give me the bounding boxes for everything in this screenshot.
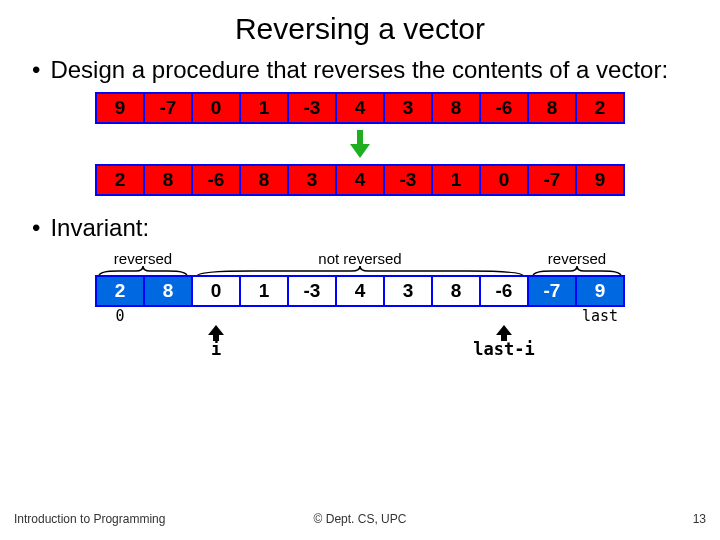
invariant-diagram: reversed not reversed reversed 2 8 <box>28 250 692 365</box>
cell-unrev: -6 <box>479 275 529 307</box>
arrow-down-icon <box>28 130 692 158</box>
pointer-i: i <box>211 339 221 359</box>
cell: 8 <box>431 92 481 124</box>
cell: 1 <box>239 92 289 124</box>
bullet-design-text: Design a procedure that reverses the con… <box>50 56 668 84</box>
vector-before: 9 -7 0 1 -3 4 3 8 -6 8 2 <box>28 92 692 124</box>
cell: 0 <box>479 164 529 196</box>
cell: -3 <box>383 164 433 196</box>
cell: 2 <box>575 92 625 124</box>
cell: 0 <box>191 92 241 124</box>
page-number: 13 <box>693 512 706 526</box>
cell: 8 <box>527 92 577 124</box>
bullet-dot-icon: • <box>32 56 40 84</box>
index-last: last <box>575 307 625 325</box>
cell: -6 <box>479 92 529 124</box>
cell: 2 <box>95 164 145 196</box>
footer-center: © Dept. CS, UPC <box>0 512 720 526</box>
svg-marker-1 <box>350 144 370 158</box>
cell-unrev: 8 <box>431 275 481 307</box>
cell: -6 <box>191 164 241 196</box>
cell-unrev: 3 <box>383 275 433 307</box>
cell: 8 <box>143 164 193 196</box>
cell-unrev: 0 <box>191 275 241 307</box>
vector-invariant: 2 8 0 1 -3 4 3 8 -6 -7 9 <box>28 275 692 307</box>
bullet-design: • Design a procedure that reverses the c… <box>28 56 692 84</box>
cell-reversed: 8 <box>143 275 193 307</box>
cell-reversed: -7 <box>527 275 577 307</box>
vector-after: 2 8 -6 8 3 4 -3 1 0 -7 9 <box>28 164 692 196</box>
cell: 4 <box>335 92 385 124</box>
pointer-row: i last-i <box>28 325 692 365</box>
cell: 8 <box>239 164 289 196</box>
bullet-invariant: • Invariant: <box>28 214 692 242</box>
cell: -7 <box>527 164 577 196</box>
index-zero: 0 <box>95 307 145 325</box>
pointer-last-i: last-i <box>473 339 534 359</box>
svg-rect-0 <box>357 130 363 144</box>
cell: 4 <box>335 164 385 196</box>
cell: 1 <box>431 164 481 196</box>
bullet-invariant-text: Invariant: <box>50 214 149 242</box>
slide-title: Reversing a vector <box>0 12 720 46</box>
bullet-dot-icon: • <box>32 214 40 242</box>
cell: 9 <box>95 92 145 124</box>
index-row: 0 last <box>28 307 692 325</box>
cell: 3 <box>383 92 433 124</box>
cell-reversed: 2 <box>95 275 145 307</box>
cell: -3 <box>287 92 337 124</box>
cell: 3 <box>287 164 337 196</box>
cell-unrev: 4 <box>335 275 385 307</box>
cell: -7 <box>143 92 193 124</box>
cell-reversed: 9 <box>575 275 625 307</box>
cell-unrev: 1 <box>239 275 289 307</box>
cell-unrev: -3 <box>287 275 337 307</box>
cell: 9 <box>575 164 625 196</box>
